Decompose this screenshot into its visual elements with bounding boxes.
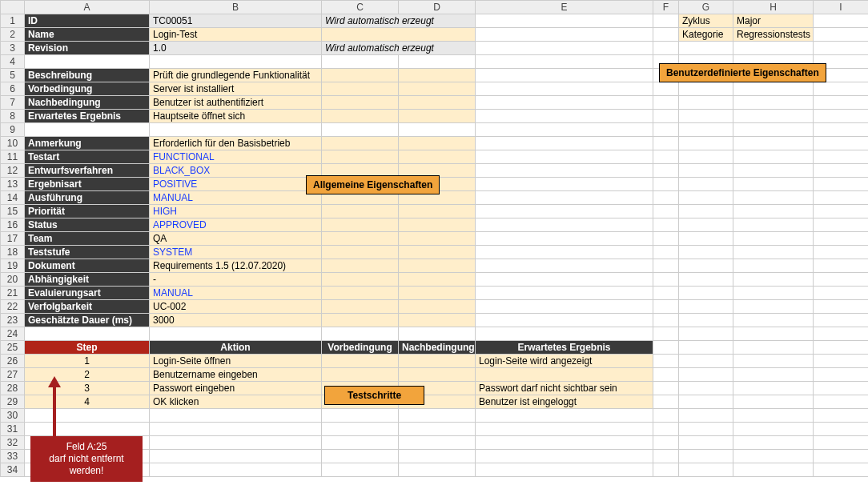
- cell[interactable]: [653, 205, 679, 218]
- cell[interactable]: [814, 191, 869, 205]
- cell[interactable]: [733, 314, 814, 327]
- cell[interactable]: [733, 191, 814, 205]
- col-header-I[interactable]: I: [814, 1, 869, 14]
- label-dokument[interactable]: Dokument: [25, 259, 150, 273]
- row-header[interactable]: 20: [1, 273, 25, 287]
- cell[interactable]: [814, 314, 869, 327]
- cell[interactable]: [814, 96, 869, 110]
- cell[interactable]: [653, 164, 679, 178]
- value-verfolgbarkeit[interactable]: UC-002: [150, 300, 322, 314]
- step-nach[interactable]: [399, 368, 476, 382]
- cell[interactable]: [322, 218, 399, 232]
- cell[interactable]: [476, 287, 653, 300]
- cell[interactable]: [733, 341, 814, 355]
- step-erw[interactable]: Passwort darf nicht sichtbar sein: [476, 382, 653, 395]
- cell[interactable]: [476, 123, 653, 137]
- col-header-H[interactable]: H: [733, 1, 814, 14]
- cell[interactable]: [653, 327, 679, 341]
- label-id[interactable]: ID: [25, 14, 150, 28]
- cell[interactable]: [399, 232, 476, 246]
- cell[interactable]: [322, 436, 399, 450]
- cell[interactable]: [399, 300, 476, 314]
- cell[interactable]: [733, 137, 814, 150]
- step-aktion[interactable]: Login-Seite öffnen: [150, 355, 322, 368]
- cell[interactable]: [679, 82, 733, 96]
- cell[interactable]: [322, 314, 399, 327]
- cell[interactable]: [322, 300, 399, 314]
- cell[interactable]: [733, 205, 814, 218]
- cell[interactable]: [733, 178, 814, 191]
- cell[interactable]: [679, 327, 733, 341]
- step-vor[interactable]: [322, 355, 399, 368]
- cell[interactable]: [679, 42, 733, 55]
- value-name[interactable]: Login-Test: [150, 28, 322, 42]
- cell[interactable]: [733, 409, 814, 423]
- label-revision[interactable]: Revision: [25, 42, 150, 55]
- row-header[interactable]: 21: [1, 287, 25, 300]
- row-header[interactable]: 7: [1, 96, 25, 110]
- col-header-F[interactable]: F: [653, 1, 679, 14]
- cell[interactable]: [322, 55, 399, 69]
- cell[interactable]: [653, 382, 679, 395]
- cell[interactable]: [150, 327, 322, 341]
- step-aktion[interactable]: OK klicken: [150, 395, 322, 409]
- cell[interactable]: [653, 28, 679, 42]
- cell[interactable]: [322, 423, 399, 436]
- cell[interactable]: [653, 423, 679, 436]
- row-header[interactable]: 11: [1, 150, 25, 164]
- cell[interactable]: [733, 287, 814, 300]
- cell[interactable]: [653, 287, 679, 300]
- cell[interactable]: [399, 423, 476, 436]
- cell[interactable]: [814, 42, 869, 55]
- value-team[interactable]: QA: [150, 232, 322, 246]
- col-header-E[interactable]: E: [476, 1, 653, 14]
- cell[interactable]: [653, 232, 679, 246]
- cell[interactable]: [679, 287, 733, 300]
- label-name[interactable]: Name: [25, 28, 150, 42]
- cell[interactable]: [653, 259, 679, 273]
- cell[interactable]: [733, 164, 814, 178]
- step-n[interactable]: 3: [25, 382, 150, 395]
- value-teststufe[interactable]: SYSTEM: [150, 246, 322, 259]
- cell[interactable]: [679, 450, 733, 463]
- cell[interactable]: [733, 327, 814, 341]
- col-header-D[interactable]: D: [399, 1, 476, 14]
- cell[interactable]: [679, 368, 733, 382]
- cell[interactable]: [399, 409, 476, 423]
- value-id[interactable]: TC00051: [150, 14, 322, 28]
- cell[interactable]: [733, 123, 814, 137]
- cell[interactable]: [679, 259, 733, 273]
- step-nach[interactable]: [399, 355, 476, 368]
- cell[interactable]: [476, 82, 653, 96]
- cell[interactable]: [653, 355, 679, 368]
- row-header[interactable]: 5: [1, 69, 25, 82]
- cell[interactable]: [733, 96, 814, 110]
- cell[interactable]: [399, 259, 476, 273]
- label-team[interactable]: Team: [25, 232, 150, 246]
- label-nachbedingung[interactable]: Nachbedingung: [25, 96, 150, 110]
- row-header[interactable]: 15: [1, 205, 25, 218]
- step-erw[interactable]: [476, 368, 653, 382]
- cell[interactable]: [679, 123, 733, 137]
- cell[interactable]: [679, 300, 733, 314]
- cell[interactable]: [653, 82, 679, 96]
- cell[interactable]: [733, 110, 814, 123]
- cell[interactable]: [653, 137, 679, 150]
- cell[interactable]: [814, 205, 869, 218]
- cell[interactable]: [679, 436, 733, 450]
- cell[interactable]: [653, 300, 679, 314]
- steps-header-vorbedingung[interactable]: Vorbedingung: [322, 341, 399, 355]
- cell[interactable]: [399, 205, 476, 218]
- col-header-G[interactable]: G: [679, 1, 733, 14]
- cell[interactable]: [679, 164, 733, 178]
- label-beschreibung[interactable]: Beschreibung: [25, 69, 150, 82]
- cell[interactable]: [476, 191, 653, 205]
- cell[interactable]: [322, 463, 399, 477]
- col-header-A[interactable]: A: [25, 1, 150, 14]
- cell[interactable]: [476, 273, 653, 287]
- cell[interactable]: [733, 355, 814, 368]
- value-vorbedingung[interactable]: Server ist installiert: [150, 82, 322, 96]
- cell[interactable]: [399, 218, 476, 232]
- cell[interactable]: [733, 436, 814, 450]
- cell[interactable]: [399, 123, 476, 137]
